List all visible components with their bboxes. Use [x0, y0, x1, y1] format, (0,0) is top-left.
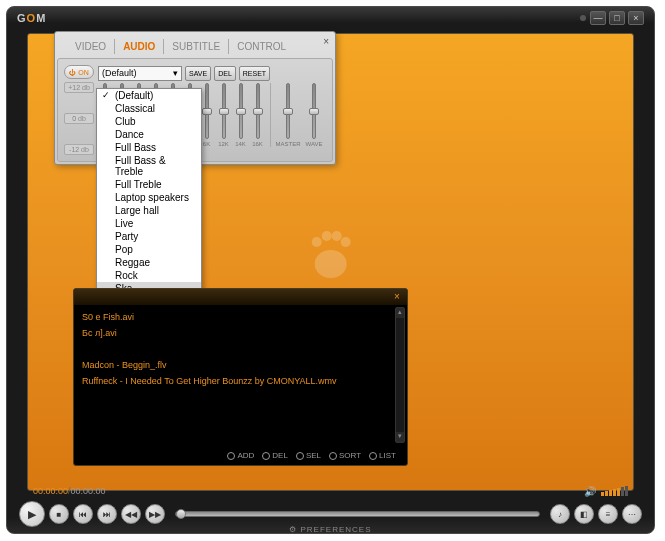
preset-option[interactable]: Party [97, 230, 201, 243]
playlist-item[interactable] [82, 341, 399, 357]
status-bar: 00:00:00 / 00:00:00 🔊 [27, 483, 634, 499]
seek-bar[interactable] [175, 511, 540, 517]
eq-master[interactable]: MASTER [277, 83, 299, 147]
preset-option[interactable]: Live [97, 217, 201, 230]
playlist-item[interactable]: S0 e Fish.avi [82, 309, 399, 325]
db-label: +12 db [64, 82, 94, 93]
db-label: 0 db [64, 113, 94, 124]
tab-control[interactable]: CONTROL [229, 39, 294, 54]
preset-option[interactable]: Pop [97, 243, 201, 256]
app-logo: GOM [17, 12, 46, 24]
eq-band-16K[interactable]: 16K [251, 83, 264, 147]
playlist-item[interactable]: Ruffneck - I Needed To Get Higher Bounzz… [82, 373, 399, 389]
playlist-sort-button[interactable]: SORT [326, 450, 364, 461]
tray-icon[interactable] [580, 15, 586, 21]
reset-preset-button[interactable]: RESET [239, 66, 270, 81]
chevron-down-icon: ▾ [173, 68, 178, 78]
playlist-del-button[interactable]: DEL [259, 450, 291, 461]
preset-option[interactable]: Laptop speakers [97, 191, 201, 204]
titlebar: GOM — □ × [7, 7, 654, 29]
playlist-list-button[interactable]: LIST [366, 450, 399, 461]
maximize-button[interactable]: □ [609, 11, 625, 25]
eq-band-12K[interactable]: 12K [217, 83, 230, 147]
time-current: 00:00:00 [33, 486, 68, 496]
preset-option[interactable]: Large hall [97, 204, 201, 217]
eq-wave[interactable]: WAVE [303, 83, 325, 147]
time-total: 00:00:00 [71, 486, 106, 496]
tab-video[interactable]: VIDEO [67, 39, 115, 54]
eq-on-toggle[interactable]: ⏻ ON [64, 65, 94, 79]
scroll-down-button[interactable]: ▾ [396, 432, 404, 442]
next-button[interactable]: ⏭ [97, 504, 117, 524]
preset-option[interactable]: Club [97, 115, 201, 128]
preset-option[interactable]: Dance [97, 128, 201, 141]
playlist-item[interactable]: Madcon - Beggin_.flv [82, 357, 399, 373]
playlist-item[interactable]: Бс л].avi [82, 325, 399, 341]
playlist-scrollbar[interactable]: ▴ ▾ [395, 307, 405, 443]
aux-button-2[interactable]: ◧ [574, 504, 594, 524]
rewind-button[interactable]: ◀◀ [121, 504, 141, 524]
aux-button-4[interactable]: ⋯ [622, 504, 642, 524]
preset-option[interactable]: Full Bass & Treble [97, 154, 201, 178]
preset-select[interactable]: (Default)▾ [98, 66, 182, 81]
eq-band-14K[interactable]: 14K [234, 83, 247, 147]
scroll-up-button[interactable]: ▴ [396, 308, 404, 318]
aux-button-1[interactable]: ♪ [550, 504, 570, 524]
playlist-add-button[interactable]: ADD [224, 450, 257, 461]
svg-point-4 [341, 237, 351, 247]
svg-point-1 [312, 237, 322, 247]
svg-point-2 [322, 231, 332, 241]
play-button[interactable]: ▶ [19, 501, 45, 527]
close-button[interactable]: × [628, 11, 644, 25]
volume-icon[interactable]: 🔊 [584, 486, 596, 497]
delete-preset-button[interactable]: DEL [214, 66, 236, 81]
preset-option[interactable]: (Default)✓ [97, 89, 201, 102]
panel-tabs: VIDEO AUDIO SUBTITLE CONTROL [55, 32, 335, 56]
db-label: -12 db [64, 144, 94, 155]
preset-option[interactable]: Reggae [97, 256, 201, 269]
prev-button[interactable]: ⏮ [73, 504, 93, 524]
tab-audio[interactable]: AUDIO [115, 39, 164, 54]
save-preset-button[interactable]: SAVE [185, 66, 211, 81]
svg-point-3 [332, 231, 342, 241]
minimize-button[interactable]: — [590, 11, 606, 25]
playlist-close-button[interactable]: × [391, 291, 403, 303]
playlist-header: × [74, 289, 407, 305]
footprint-icon [301, 224, 361, 284]
playlist-sel-button[interactable]: SEL [293, 450, 324, 461]
svg-point-0 [315, 250, 347, 278]
seek-thumb[interactable] [176, 509, 186, 519]
stop-button[interactable]: ■ [49, 504, 69, 524]
preset-option[interactable]: Rock [97, 269, 201, 282]
playlist-panel: × S0 e Fish.aviБс л].avi Madcon - Beggin… [73, 288, 408, 466]
panel-close-button[interactable]: × [323, 36, 329, 47]
preferences-link[interactable]: ⚙PREFERENCES [289, 525, 371, 534]
preset-option[interactable]: Classical [97, 102, 201, 115]
aux-button-3[interactable]: ≡ [598, 504, 618, 524]
tab-subtitle[interactable]: SUBTITLE [164, 39, 229, 54]
forward-button[interactable]: ▶▶ [145, 504, 165, 524]
volume-meter[interactable] [600, 486, 628, 496]
preset-option[interactable]: Full Treble [97, 178, 201, 191]
check-icon: ✓ [102, 90, 110, 100]
preset-option[interactable]: Full Bass [97, 141, 201, 154]
